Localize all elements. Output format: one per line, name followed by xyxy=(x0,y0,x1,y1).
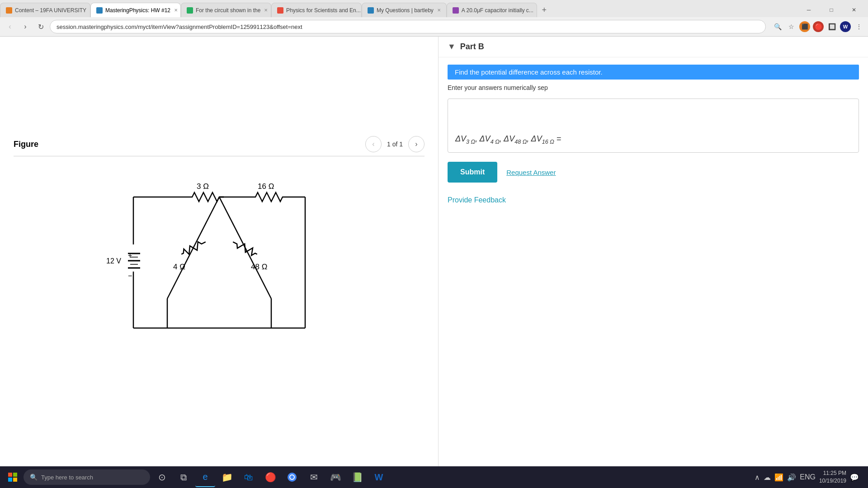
request-answer-button[interactable]: Request Answer xyxy=(506,169,556,176)
figure-title: Figure xyxy=(14,140,38,149)
cortana-button[interactable]: ⊙ xyxy=(152,467,172,487)
edge-browser-taskbar[interactable]: e xyxy=(195,467,215,487)
tab-close-2[interactable]: ✕ xyxy=(174,8,178,13)
answer-input-box[interactable]: ΔV3 Ω, ΔV4 Ω, ΔV48 Ω, ΔV16 Ω = xyxy=(448,99,859,153)
left-panel: Figure ‹ 1 of 1 › + xyxy=(0,37,439,488)
right-panel: ▼ Part B Find the potential difference a… xyxy=(439,37,868,488)
forward-button[interactable]: › xyxy=(19,20,32,33)
tab-label-6: A 20.0μF capacitor initially c... xyxy=(462,7,533,14)
network-icon[interactable]: 📶 xyxy=(774,473,783,482)
address-bar-row: ‹ › ↻ session.masteringphysics.com/myct/… xyxy=(0,17,868,36)
figure-header: Figure ‹ 1 of 1 › xyxy=(14,136,425,152)
svg-point-30 xyxy=(290,475,294,479)
windows-logo-icon xyxy=(8,473,17,482)
file-explorer-taskbar[interactable]: 📁 xyxy=(217,467,237,487)
figure-prev-button[interactable]: ‹ xyxy=(365,136,382,152)
tab-label-1: Content – 19FA UNIVERSITY xyxy=(15,7,86,14)
task-view-button[interactable]: ⧉ xyxy=(174,467,193,487)
svg-text:−: − xyxy=(128,272,132,280)
submit-button[interactable]: Submit xyxy=(448,162,497,183)
svg-text:3 Ω: 3 Ω xyxy=(197,182,209,191)
address-text: session.masteringphysics.com/myct/itemVi… xyxy=(57,23,302,30)
top-spacer xyxy=(14,46,425,136)
svg-rect-24 xyxy=(8,473,12,477)
window-controls: ─ □ ✕ xyxy=(798,3,868,17)
language-indicator[interactable]: ENG xyxy=(800,473,816,481)
cloud-icon[interactable]: ☁ xyxy=(764,473,771,482)
close-window-button[interactable]: ✕ xyxy=(844,3,864,17)
bookmark-icon[interactable]: ☆ xyxy=(786,21,797,32)
new-tab-button[interactable]: + xyxy=(537,3,552,17)
figure-navigation: ‹ 1 of 1 › xyxy=(365,136,425,152)
tab-label-2: MasteringPhysics: HW #12 xyxy=(105,7,170,14)
browser-toolbar-icons: 🔍 ☆ ⬛ 🔴 🔲 W ⋮ xyxy=(772,21,864,32)
game-taskbar[interactable]: 🎮 xyxy=(326,467,345,487)
tab-bar: Content – 19FA UNIVERSITY ✕ MasteringPhy… xyxy=(0,0,868,17)
opera-taskbar[interactable]: 🔴 xyxy=(260,467,280,487)
notification-icon[interactable]: 💬 xyxy=(850,473,859,482)
chrome-icon xyxy=(288,473,297,482)
taskbar-right-area: ∧ ☁ 📶 🔊 ENG 11:25 PM 10/19/2019 💬 xyxy=(755,469,864,485)
tab-capacitor[interactable]: A 20.0μF capacitor initially c... ✕ xyxy=(447,3,537,17)
tab-favicon-2 xyxy=(96,7,103,14)
figure-next-button[interactable]: › xyxy=(408,136,425,152)
figure-page-info: 1 of 1 xyxy=(387,141,403,148)
tab-bar-spacer xyxy=(552,3,798,17)
action-row: Submit Request Answer xyxy=(439,153,868,192)
svg-text:12 V: 12 V xyxy=(106,257,121,265)
main-content: Figure ‹ 1 of 1 › + xyxy=(0,37,868,488)
svg-rect-26 xyxy=(8,478,12,482)
chrome-taskbar[interactable] xyxy=(282,467,302,487)
profile-icon[interactable]: ⬛ xyxy=(799,21,810,32)
up-arrow-icon[interactable]: ∧ xyxy=(755,473,760,482)
browser-chrome: Content – 19FA UNIVERSITY ✕ MasteringPhy… xyxy=(0,0,868,37)
start-button[interactable] xyxy=(4,468,22,486)
tab-label-3: For the circuit shown in the xyxy=(196,7,260,14)
provide-feedback-link[interactable]: Provide Feedback xyxy=(439,192,868,213)
refresh-button[interactable]: ↻ xyxy=(34,20,47,33)
tab-bartleby[interactable]: My Questions | bartleby ✕ xyxy=(362,3,447,17)
minimize-button[interactable]: ─ xyxy=(798,3,819,17)
taskbar-search-box[interactable]: 🔍 Type here to search xyxy=(24,469,150,485)
tab-label-5: My Questions | bartleby xyxy=(377,7,434,14)
maximize-button[interactable]: □ xyxy=(821,3,842,17)
taskbar-search-placeholder: Type here to search xyxy=(41,474,93,481)
store-taskbar[interactable]: 🛍 xyxy=(239,467,259,487)
tab-close-3[interactable]: ✕ xyxy=(264,8,268,13)
menu-icon[interactable]: ⋮ xyxy=(854,21,864,32)
svg-rect-25 xyxy=(13,473,17,477)
tab-circuit[interactable]: For the circuit shown in the ✕ xyxy=(181,3,271,17)
app-taskbar-9[interactable]: 📗 xyxy=(347,467,367,487)
tab-physics[interactable]: Physics for Scientists and En... ✕ xyxy=(271,3,362,17)
tab-close-5[interactable]: ✕ xyxy=(437,8,441,13)
extension-icon-2[interactable]: 🔲 xyxy=(826,21,837,32)
tab-content[interactable]: Content – 19FA UNIVERSITY ✕ xyxy=(0,3,90,17)
taskbar-clock[interactable]: 11:25 PM 10/19/2019 xyxy=(819,469,846,485)
profile-avatar[interactable]: W xyxy=(840,21,851,32)
sub-instructions: Enter your answers numerically sep xyxy=(439,84,868,99)
svg-text:4 Ω: 4 Ω xyxy=(173,263,185,271)
taskbar: 🔍 Type here to search ⊙ ⧉ e 📁 🛍 🔴 ✉ 🎮 📗 … xyxy=(0,466,868,488)
svg-text:48 Ω: 48 Ω xyxy=(251,263,267,271)
collapse-icon[interactable]: ▼ xyxy=(448,42,456,52)
extension-icon-1[interactable]: 🔴 xyxy=(813,21,824,32)
tab-favicon-1 xyxy=(6,7,12,14)
svg-text:16 Ω: 16 Ω xyxy=(258,182,274,191)
search-icon[interactable]: 🔍 xyxy=(772,21,783,32)
figure-divider xyxy=(14,156,425,156)
tab-favicon-5 xyxy=(368,7,374,14)
tab-mastering[interactable]: MasteringPhysics: HW #12 ✕ xyxy=(90,3,181,17)
tab-favicon-3 xyxy=(187,7,193,14)
question-text: Find the potential difference across eac… xyxy=(448,65,859,80)
taskbar-search-icon: 🔍 xyxy=(30,474,38,481)
tab-label-4: Physics for Scientists and En... xyxy=(286,7,361,14)
tab-favicon-6 xyxy=(453,7,459,14)
tab-favicon-4 xyxy=(277,7,283,14)
word-taskbar[interactable]: W xyxy=(369,467,389,487)
volume-icon[interactable]: 🔊 xyxy=(787,473,796,482)
back-button[interactable]: ‹ xyxy=(4,20,16,33)
taskbar-date-display: 10/19/2019 xyxy=(819,477,846,485)
circuit-diagram-container: + − 12 V xyxy=(14,165,425,355)
mail-taskbar[interactable]: ✉ xyxy=(304,467,324,487)
address-bar[interactable]: session.masteringphysics.com/myct/itemVi… xyxy=(50,20,766,33)
